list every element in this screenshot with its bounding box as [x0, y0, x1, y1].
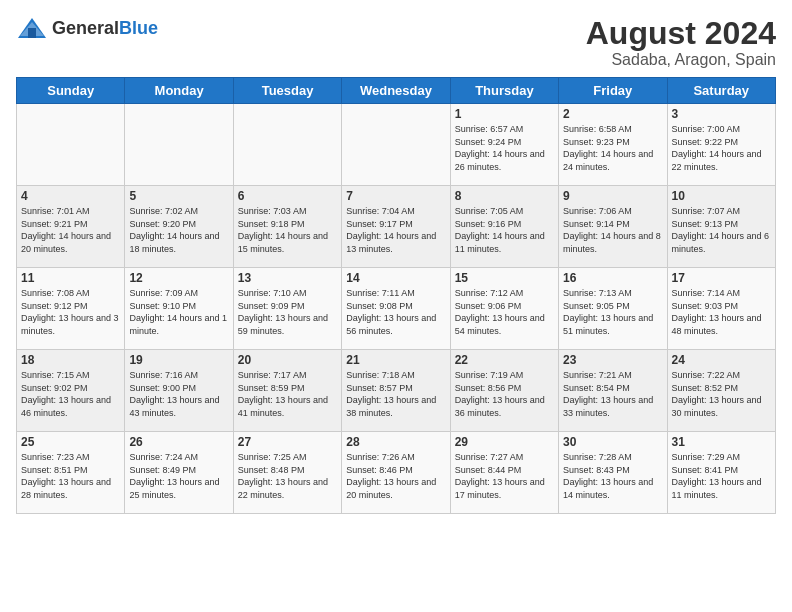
- weekday-tuesday: Tuesday: [233, 78, 341, 104]
- day-info: Sunrise: 7:26 AMSunset: 8:46 PMDaylight:…: [346, 452, 436, 500]
- day-number: 18: [21, 353, 120, 367]
- day-number: 9: [563, 189, 662, 203]
- day-number: 21: [346, 353, 445, 367]
- weekday-saturday: Saturday: [667, 78, 775, 104]
- day-info: Sunrise: 7:07 AMSunset: 9:13 PMDaylight:…: [672, 206, 770, 254]
- day-info: Sunrise: 7:03 AMSunset: 9:18 PMDaylight:…: [238, 206, 328, 254]
- day-info: Sunrise: 7:28 AMSunset: 8:43 PMDaylight:…: [563, 452, 653, 500]
- day-cell-3-0: 18 Sunrise: 7:15 AMSunset: 9:02 PMDaylig…: [17, 350, 125, 432]
- day-info: Sunrise: 7:15 AMSunset: 9:02 PMDaylight:…: [21, 370, 111, 418]
- week-row-2: 4 Sunrise: 7:01 AMSunset: 9:21 PMDayligh…: [17, 186, 776, 268]
- day-cell-0-2: [233, 104, 341, 186]
- day-cell-3-4: 22 Sunrise: 7:19 AMSunset: 8:56 PMDaylig…: [450, 350, 558, 432]
- day-info: Sunrise: 6:58 AMSunset: 9:23 PMDaylight:…: [563, 124, 653, 172]
- week-row-4: 18 Sunrise: 7:15 AMSunset: 9:02 PMDaylig…: [17, 350, 776, 432]
- day-number: 29: [455, 435, 554, 449]
- day-info: Sunrise: 7:06 AMSunset: 9:14 PMDaylight:…: [563, 206, 661, 254]
- day-cell-4-4: 29 Sunrise: 7:27 AMSunset: 8:44 PMDaylig…: [450, 432, 558, 514]
- day-info: Sunrise: 7:11 AMSunset: 9:08 PMDaylight:…: [346, 288, 436, 336]
- day-cell-4-3: 28 Sunrise: 7:26 AMSunset: 8:46 PMDaylig…: [342, 432, 450, 514]
- day-number: 31: [672, 435, 771, 449]
- week-row-1: 1 Sunrise: 6:57 AMSunset: 9:24 PMDayligh…: [17, 104, 776, 186]
- day-info: Sunrise: 7:19 AMSunset: 8:56 PMDaylight:…: [455, 370, 545, 418]
- day-number: 26: [129, 435, 228, 449]
- day-info: Sunrise: 7:10 AMSunset: 9:09 PMDaylight:…: [238, 288, 328, 336]
- day-number: 30: [563, 435, 662, 449]
- day-info: Sunrise: 7:04 AMSunset: 9:17 PMDaylight:…: [346, 206, 436, 254]
- weekday-wednesday: Wednesday: [342, 78, 450, 104]
- day-cell-4-5: 30 Sunrise: 7:28 AMSunset: 8:43 PMDaylig…: [559, 432, 667, 514]
- day-number: 28: [346, 435, 445, 449]
- day-cell-1-6: 10 Sunrise: 7:07 AMSunset: 9:13 PMDaylig…: [667, 186, 775, 268]
- day-cell-3-5: 23 Sunrise: 7:21 AMSunset: 8:54 PMDaylig…: [559, 350, 667, 432]
- day-info: Sunrise: 7:18 AMSunset: 8:57 PMDaylight:…: [346, 370, 436, 418]
- weekday-sunday: Sunday: [17, 78, 125, 104]
- day-cell-4-6: 31 Sunrise: 7:29 AMSunset: 8:41 PMDaylig…: [667, 432, 775, 514]
- day-cell-0-4: 1 Sunrise: 6:57 AMSunset: 9:24 PMDayligh…: [450, 104, 558, 186]
- day-number: 7: [346, 189, 445, 203]
- day-info: Sunrise: 7:29 AMSunset: 8:41 PMDaylight:…: [672, 452, 762, 500]
- day-number: 4: [21, 189, 120, 203]
- day-info: Sunrise: 7:21 AMSunset: 8:54 PMDaylight:…: [563, 370, 653, 418]
- logo-text: GeneralBlue: [52, 18, 158, 39]
- day-cell-2-1: 12 Sunrise: 7:09 AMSunset: 9:10 PMDaylig…: [125, 268, 233, 350]
- day-info: Sunrise: 7:16 AMSunset: 9:00 PMDaylight:…: [129, 370, 219, 418]
- day-info: Sunrise: 7:14 AMSunset: 9:03 PMDaylight:…: [672, 288, 762, 336]
- day-cell-0-5: 2 Sunrise: 6:58 AMSunset: 9:23 PMDayligh…: [559, 104, 667, 186]
- day-number: 11: [21, 271, 120, 285]
- weekday-thursday: Thursday: [450, 78, 558, 104]
- day-number: 1: [455, 107, 554, 121]
- day-cell-0-1: [125, 104, 233, 186]
- day-cell-1-1: 5 Sunrise: 7:02 AMSunset: 9:20 PMDayligh…: [125, 186, 233, 268]
- day-info: Sunrise: 7:24 AMSunset: 8:49 PMDaylight:…: [129, 452, 219, 500]
- day-number: 13: [238, 271, 337, 285]
- day-cell-4-2: 27 Sunrise: 7:25 AMSunset: 8:48 PMDaylig…: [233, 432, 341, 514]
- day-cell-4-1: 26 Sunrise: 7:24 AMSunset: 8:49 PMDaylig…: [125, 432, 233, 514]
- weekday-friday: Friday: [559, 78, 667, 104]
- day-number: 6: [238, 189, 337, 203]
- day-cell-2-0: 11 Sunrise: 7:08 AMSunset: 9:12 PMDaylig…: [17, 268, 125, 350]
- day-info: Sunrise: 7:12 AMSunset: 9:06 PMDaylight:…: [455, 288, 545, 336]
- day-cell-2-6: 17 Sunrise: 7:14 AMSunset: 9:03 PMDaylig…: [667, 268, 775, 350]
- day-number: 19: [129, 353, 228, 367]
- day-number: 8: [455, 189, 554, 203]
- day-number: 15: [455, 271, 554, 285]
- day-info: Sunrise: 7:17 AMSunset: 8:59 PMDaylight:…: [238, 370, 328, 418]
- day-number: 22: [455, 353, 554, 367]
- day-number: 12: [129, 271, 228, 285]
- day-info: Sunrise: 7:23 AMSunset: 8:51 PMDaylight:…: [21, 452, 111, 500]
- logo: GeneralBlue: [16, 16, 158, 40]
- day-cell-3-1: 19 Sunrise: 7:16 AMSunset: 9:00 PMDaylig…: [125, 350, 233, 432]
- day-info: Sunrise: 7:01 AMSunset: 9:21 PMDaylight:…: [21, 206, 111, 254]
- day-info: Sunrise: 7:09 AMSunset: 9:10 PMDaylight:…: [129, 288, 227, 336]
- logo-icon: [16, 16, 48, 40]
- day-number: 20: [238, 353, 337, 367]
- day-info: Sunrise: 7:27 AMSunset: 8:44 PMDaylight:…: [455, 452, 545, 500]
- day-info: Sunrise: 7:02 AMSunset: 9:20 PMDaylight:…: [129, 206, 219, 254]
- day-cell-0-3: [342, 104, 450, 186]
- day-info: Sunrise: 6:57 AMSunset: 9:24 PMDaylight:…: [455, 124, 545, 172]
- weekday-monday: Monday: [125, 78, 233, 104]
- calendar-subtitle: Sadaba, Aragon, Spain: [586, 51, 776, 69]
- calendar-table: Sunday Monday Tuesday Wednesday Thursday…: [16, 77, 776, 514]
- day-cell-2-5: 16 Sunrise: 7:13 AMSunset: 9:05 PMDaylig…: [559, 268, 667, 350]
- week-row-3: 11 Sunrise: 7:08 AMSunset: 9:12 PMDaylig…: [17, 268, 776, 350]
- week-row-5: 25 Sunrise: 7:23 AMSunset: 8:51 PMDaylig…: [17, 432, 776, 514]
- day-cell-1-4: 8 Sunrise: 7:05 AMSunset: 9:16 PMDayligh…: [450, 186, 558, 268]
- day-cell-1-3: 7 Sunrise: 7:04 AMSunset: 9:17 PMDayligh…: [342, 186, 450, 268]
- calendar-title: August 2024: [586, 16, 776, 51]
- day-info: Sunrise: 7:00 AMSunset: 9:22 PMDaylight:…: [672, 124, 762, 172]
- day-info: Sunrise: 7:22 AMSunset: 8:52 PMDaylight:…: [672, 370, 762, 418]
- day-number: 10: [672, 189, 771, 203]
- day-info: Sunrise: 7:25 AMSunset: 8:48 PMDaylight:…: [238, 452, 328, 500]
- day-number: 2: [563, 107, 662, 121]
- day-cell-1-5: 9 Sunrise: 7:06 AMSunset: 9:14 PMDayligh…: [559, 186, 667, 268]
- day-number: 23: [563, 353, 662, 367]
- header: GeneralBlue August 2024 Sadaba, Aragon, …: [16, 16, 776, 69]
- day-number: 16: [563, 271, 662, 285]
- day-number: 3: [672, 107, 771, 121]
- day-cell-3-6: 24 Sunrise: 7:22 AMSunset: 8:52 PMDaylig…: [667, 350, 775, 432]
- day-number: 5: [129, 189, 228, 203]
- logo-blue: Blue: [119, 18, 158, 38]
- day-cell-0-6: 3 Sunrise: 7:00 AMSunset: 9:22 PMDayligh…: [667, 104, 775, 186]
